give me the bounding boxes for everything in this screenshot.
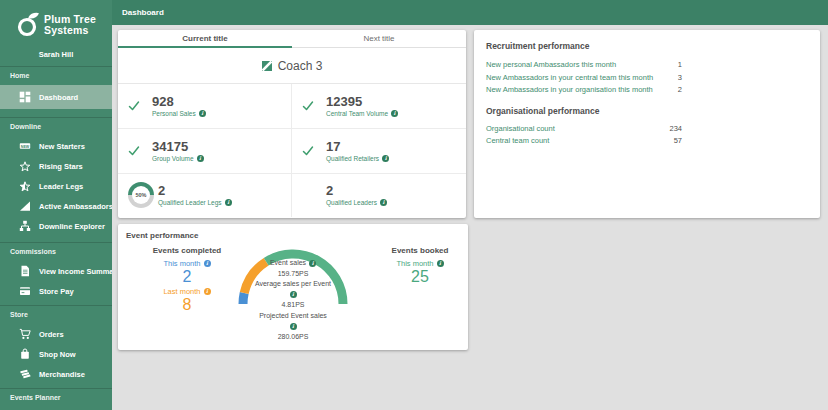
row-value: 57 — [674, 135, 682, 148]
gauge-center-labels: Event sales 159.75PS Average sales per E… — [223, 258, 363, 342]
info-icon[interactable] — [204, 260, 211, 267]
check-icon — [302, 100, 314, 112]
page-title: Dashboard — [122, 8, 164, 17]
merchandise-stack-icon — [19, 368, 31, 380]
sidebar-item-orders[interactable]: Orders — [0, 324, 112, 344]
sidebar-item-rising-stars[interactable]: Rising Stars — [0, 156, 112, 176]
organisational-performance-header: Organisational performance — [486, 106, 808, 116]
dashboard-screen: Plum Tree Systems Sarah Hill Home Dashbo… — [0, 0, 828, 410]
info-icon[interactable] — [391, 110, 398, 117]
row-label: New Ambassadors in your central team thi… — [486, 72, 653, 85]
row-value: 1 — [678, 59, 682, 72]
info-icon[interactable] — [197, 155, 204, 162]
plum-tree-logo-icon — [16, 11, 40, 39]
check-icon — [128, 100, 140, 112]
stat-value: 2 — [158, 184, 232, 198]
events-completed-header: Events completed — [132, 246, 242, 255]
sidebar-item-merchandise[interactable]: Merchandise — [0, 364, 112, 384]
info-icon[interactable] — [199, 110, 206, 117]
sidebar-item-store-pay[interactable]: Store Pay — [0, 281, 112, 301]
coach-title-row: Coach 3 — [118, 48, 466, 84]
row-value: 2 — [678, 84, 682, 97]
sidebar-item-label: Rising Stars — [39, 162, 83, 171]
title-card: Current title Next title Coach 3 928 Per… — [118, 30, 466, 218]
logo-line2: Systems — [44, 25, 96, 36]
stat-value: 34175 — [152, 140, 204, 154]
recruitment-rows: New personal Ambassadors this month 1 Ne… — [486, 59, 682, 97]
sidebar-item-shop-now[interactable]: Shop Now — [0, 344, 112, 364]
organisational-row: Central team count 57 — [486, 135, 682, 148]
info-icon[interactable] — [290, 323, 297, 330]
dashboard-grid-icon — [19, 91, 31, 103]
tab-current-title[interactable]: Current title — [118, 30, 292, 48]
last-month-label: Last month — [163, 287, 200, 296]
stat-value: 928 — [152, 95, 206, 109]
sidebar-item-dashboard[interactable]: Dashboard — [0, 85, 112, 109]
recruitment-row: New Ambassadors in your central team thi… — [486, 72, 682, 85]
check-icon — [302, 145, 314, 157]
row-label: Organisational count — [486, 123, 555, 136]
average-sales-value: 4.81PS — [223, 300, 363, 311]
sidebar-item-view-income-summary[interactable]: View Income Summary — [0, 261, 112, 281]
star-half-icon — [19, 180, 31, 192]
sidebar-item-label: Store Pay — [39, 287, 74, 296]
sidebar-item-label: View Income Summary — [39, 267, 112, 276]
topbar: Dashboard — [112, 0, 828, 25]
plum-tree-logo[interactable]: Plum Tree Systems — [0, 8, 112, 42]
stats-grid: 928 Personal Sales 12395 Central Team Vo… — [118, 84, 466, 217]
average-sales-label: Average sales per Event — [223, 279, 363, 290]
shopping-cart-icon — [19, 328, 31, 340]
stat-value: 12395 — [326, 95, 398, 109]
stat-value: 2 — [326, 184, 387, 198]
recruitment-row: New Ambassadors in your organisation thi… — [486, 84, 682, 97]
organisational-rows: Organisational count 234 Central team co… — [486, 123, 682, 148]
stat-personal-sales: 928 Personal Sales — [118, 84, 292, 128]
stat-label: Qualified Retailers — [326, 155, 379, 162]
title-tabs: Current title Next title — [118, 30, 466, 48]
info-icon[interactable] — [225, 199, 232, 206]
progress-donut: 50% — [128, 182, 154, 208]
trend-chart-icon — [19, 200, 31, 212]
row-label: New Ambassadors in your organisation thi… — [486, 84, 653, 97]
info-icon[interactable] — [204, 288, 211, 295]
info-icon[interactable] — [382, 155, 389, 162]
info-icon[interactable] — [437, 260, 444, 267]
sidebar-item-label: Leader Legs — [39, 182, 83, 191]
svg-text:NEW: NEW — [21, 145, 30, 149]
events-booked-header: Events booked — [370, 246, 470, 255]
section-label-events-planner: Events Planner — [0, 388, 112, 402]
section-label-commissions: Commissions — [0, 242, 112, 256]
recruitment-performance-header: Recruitment performance — [486, 41, 808, 51]
stat-central-team-volume: 12395 Central Team Volume — [292, 84, 466, 128]
stat-value: 17 — [326, 140, 389, 154]
sidebar-item-active-ambassadors[interactable]: Active Ambassadors — [0, 196, 112, 216]
user-name: Sarah Hill — [0, 50, 112, 60]
sidebar-item-leader-legs[interactable]: Leader Legs — [0, 176, 112, 196]
stat-label: Qualified Leaders — [326, 199, 377, 206]
event-performance-card: Event performance Events completed This … — [118, 224, 468, 350]
recruitment-row: New personal Ambassadors this month 1 — [486, 59, 682, 72]
stat-qualified-leader-legs: 50% 2 Qualified Leader Legs — [118, 173, 292, 217]
stat-label: Personal Sales — [152, 110, 196, 117]
info-icon[interactable] — [309, 260, 316, 267]
event-sales-label: Event sales — [270, 258, 306, 269]
document-icon — [19, 265, 31, 277]
section-label-store: Store — [0, 305, 112, 319]
events-booked-block: Events booked This month 25 — [370, 246, 470, 285]
sidebar-item-downline-explorer[interactable]: Downline Explorer — [0, 216, 112, 236]
star-outline-icon — [19, 160, 31, 172]
payment-card-icon — [19, 285, 31, 297]
stat-qualified-leaders: 2 Qualified Leaders — [292, 173, 466, 217]
info-icon[interactable] — [290, 291, 297, 298]
sidebar-item-label: Merchandise — [39, 370, 85, 379]
tab-next-title[interactable]: Next title — [292, 30, 466, 48]
recruitment-card: Recruitment performance New personal Amb… — [474, 30, 820, 218]
info-icon[interactable] — [380, 199, 387, 206]
stat-label: Qualified Leader Legs — [158, 199, 222, 206]
organisational-row: Organisational count 234 — [486, 123, 682, 136]
event-sales-value: 159.75PS — [223, 269, 363, 280]
sidebar-item-new-starters[interactable]: NEW New Starters — [0, 136, 112, 156]
event-performance-header: Event performance — [126, 231, 198, 240]
stat-label: Central Team Volume — [326, 110, 388, 117]
logo-text: Plum Tree Systems — [44, 14, 96, 36]
